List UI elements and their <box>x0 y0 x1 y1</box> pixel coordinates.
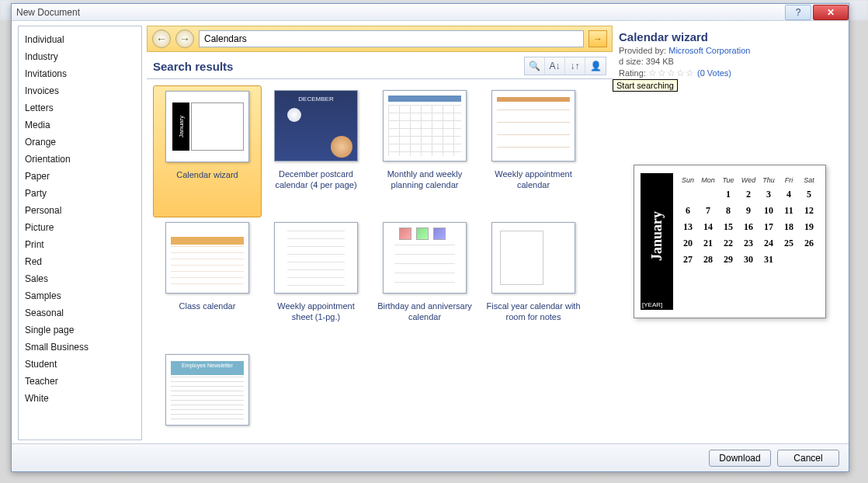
window-controls: ? ✕ <box>785 5 849 20</box>
sidebar-item[interactable]: Print <box>20 236 140 253</box>
close-button[interactable]: ✕ <box>813 5 849 20</box>
cancel-button[interactable]: Cancel <box>777 450 839 467</box>
template-item[interactable]: Monthly and weekly planning calendar <box>370 85 479 217</box>
magnifier-icon: 🔍 <box>529 61 540 71</box>
rating-label: Rating: <box>619 68 646 78</box>
template-thumbnail <box>165 91 249 162</box>
sort-name-button[interactable]: A↓ <box>545 57 565 75</box>
template-label: Weekly appointment sheet (1-pg.) <box>266 301 366 323</box>
new-document-dialog: New Document ? ✕ IndividualIndustryInvit… <box>11 3 849 472</box>
template-item[interactable]: Weekly appointment calendar <box>479 85 588 217</box>
sidebar-item[interactable]: Paper <box>20 168 140 185</box>
detail-rating: Rating: ☆☆☆☆☆ (0 Votes) <box>617 67 842 79</box>
detail-title: Calendar wizard <box>617 26 842 45</box>
rating-stars-icon: ☆☆☆☆☆ <box>648 68 695 78</box>
sidebar-item[interactable]: Sales <box>20 270 140 287</box>
sidebar-item[interactable]: Personal <box>20 202 140 219</box>
help-button[interactable]: ? <box>785 5 811 20</box>
search-input[interactable] <box>199 30 584 47</box>
sidebar-item[interactable]: Orientation <box>20 151 140 168</box>
results-title: Search results <box>153 60 233 73</box>
preview-month: January <box>641 173 673 299</box>
sidebar-item[interactable]: Industry <box>20 48 140 65</box>
community-button[interactable]: 👤 <box>585 57 606 75</box>
template-label: Calendar wizard <box>176 170 238 181</box>
sidebar-item[interactable]: Media <box>20 116 140 134</box>
search-go-button[interactable]: → <box>589 30 607 47</box>
dialog-footer: Download Cancel <box>12 443 849 471</box>
center-panel: ← → → Search results 🔍 A↓ ↓↑ 👤 <box>147 26 613 440</box>
sort-az-icon: A↓ <box>549 61 560 71</box>
template-item[interactable]: December postcard calendar (4 per page) <box>262 85 370 217</box>
template-thumbnail <box>165 222 249 294</box>
arrow-left-icon: ← <box>156 33 167 45</box>
sidebar-item[interactable]: Letters <box>20 99 140 116</box>
preview-area: January [YEAR] SunMonTueWedThuFriSat1234… <box>617 79 842 440</box>
sidebar-item[interactable]: Orange <box>20 134 140 151</box>
template-item[interactable]: Weekly appointment sheet (1-pg.) <box>262 217 370 349</box>
preview-year: [YEAR] <box>642 301 662 308</box>
sidebar-item[interactable]: Seasonal <box>20 304 140 321</box>
size-label: d size: <box>619 57 644 66</box>
sidebar-item[interactable]: Party <box>20 185 140 202</box>
window-title: New Document <box>16 7 80 18</box>
template-item[interactable]: Class calendar <box>153 217 262 349</box>
detail-provided-by: Provided by: Microsoft Corporation <box>617 45 842 56</box>
sidebar-item[interactable]: White <box>20 390 140 407</box>
sidebar-item[interactable]: Individual <box>20 31 140 48</box>
arrow-right-icon: → <box>593 33 602 44</box>
titlebar: New Document ? ✕ <box>12 4 849 21</box>
template-label: Monthly and weekly planning calendar <box>375 169 474 191</box>
template-label: Weekly appointment calendar <box>484 169 583 191</box>
template-thumbnail <box>165 354 249 426</box>
size-value: 394 KB <box>646 57 674 66</box>
template-thumbnail <box>491 222 575 294</box>
sort-icon: ↓↑ <box>571 61 580 71</box>
template-thumbnail <box>274 222 358 294</box>
template-preview: January [YEAR] SunMonTueWedThuFriSat1234… <box>634 165 826 318</box>
view-zoom-button[interactable]: 🔍 <box>525 57 545 75</box>
template-thumbnail <box>274 90 358 162</box>
template-item[interactable]: Calendar wizard <box>153 85 262 217</box>
arrow-right-icon: → <box>179 33 190 45</box>
sort-rating-button[interactable]: ↓↑ <box>565 57 585 75</box>
template-item[interactable]: Birthday and anniversary calendar <box>370 217 479 349</box>
detail-size: d size: 394 KB <box>617 56 842 67</box>
template-item[interactable] <box>153 349 262 440</box>
sidebar-item[interactable]: Picture <box>20 219 140 236</box>
template-thumbnail <box>383 222 467 294</box>
search-bar: ← → → <box>147 26 613 52</box>
nav-back-button[interactable]: ← <box>152 30 171 48</box>
sidebar-item[interactable]: Red <box>20 253 140 270</box>
template-thumbnail <box>491 90 575 162</box>
sidebar-item[interactable]: Invoices <box>20 82 140 99</box>
sidebar-item[interactable]: Small Business <box>20 339 140 356</box>
provider-link[interactable]: Microsoft Corporation <box>668 46 750 55</box>
template-label: December postcard calendar (4 per page) <box>266 169 366 191</box>
results-list[interactable]: Calendar wizardDecember postcard calenda… <box>147 78 613 440</box>
person-icon: 👤 <box>590 61 602 71</box>
category-sidebar[interactable]: IndividualIndustryInvitationsInvoicesLet… <box>18 26 142 440</box>
template-label: Fiscal year calendar with room for notes <box>484 301 583 323</box>
template-label: Class calendar <box>179 301 236 312</box>
sidebar-item[interactable]: Samples <box>20 287 140 304</box>
votes-link[interactable]: (0 Votes) <box>697 68 731 78</box>
sidebar-item[interactable]: Invitations <box>20 65 140 82</box>
results-header: Search results 🔍 A↓ ↓↑ 👤 <box>147 52 613 78</box>
sidebar-item[interactable]: Teacher <box>20 373 140 390</box>
preview-grid: SunMonTueWedThuFriSat1234567891011121314… <box>678 176 819 266</box>
results-toolbar: 🔍 A↓ ↓↑ 👤 <box>524 57 606 75</box>
dialog-body: IndividualIndustryInvitationsInvoicesLet… <box>12 21 849 440</box>
sidebar-item[interactable]: Student <box>20 356 140 373</box>
search-tooltip: Start searching <box>613 79 678 92</box>
nav-forward-button[interactable]: → <box>175 30 194 48</box>
template-item[interactable]: Fiscal year calendar with room for notes <box>479 217 588 349</box>
template-label: Birthday and anniversary calendar <box>375 301 474 323</box>
download-button[interactable]: Download <box>709 450 771 467</box>
template-thumbnail <box>383 90 467 162</box>
provided-label: Provided by: <box>619 46 666 55</box>
sidebar-item[interactable]: Single page <box>20 321 140 339</box>
